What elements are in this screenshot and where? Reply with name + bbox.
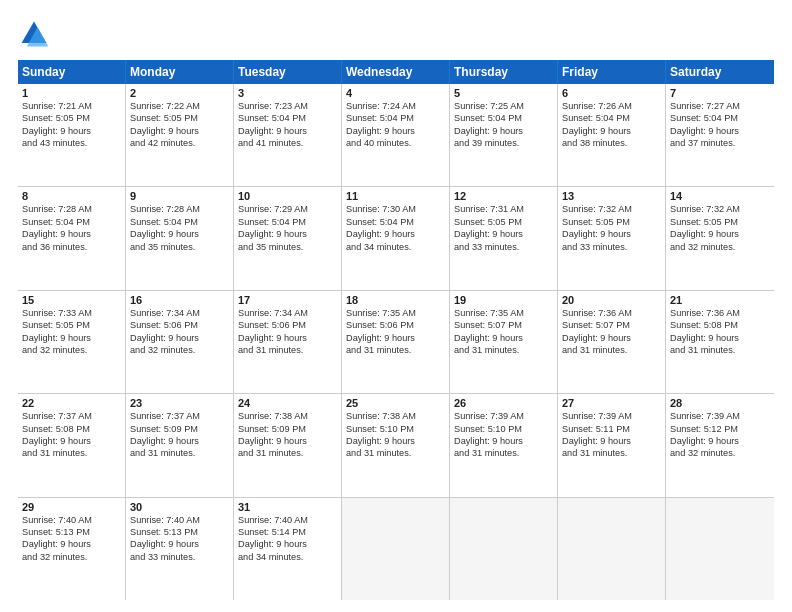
cell-line-17-2: Daylight: 9 hours: [238, 332, 337, 344]
cell-line-16-2: Daylight: 9 hours: [130, 332, 229, 344]
day-number-24: 24: [238, 397, 337, 409]
cell-line-10-2: Daylight: 9 hours: [238, 228, 337, 240]
day-number-12: 12: [454, 190, 553, 202]
day-cell-20: 20Sunrise: 7:36 AMSunset: 5:07 PMDayligh…: [558, 291, 666, 393]
cell-line-15-0: Sunrise: 7:33 AM: [22, 307, 121, 319]
day-cell-11: 11Sunrise: 7:30 AMSunset: 5:04 PMDayligh…: [342, 187, 450, 289]
cell-line-7-3: and 37 minutes.: [670, 137, 770, 149]
cell-line-29-0: Sunrise: 7:40 AM: [22, 514, 121, 526]
day-cell-30: 30Sunrise: 7:40 AMSunset: 5:13 PMDayligh…: [126, 498, 234, 600]
cell-line-31-0: Sunrise: 7:40 AM: [238, 514, 337, 526]
cell-line-1-2: Daylight: 9 hours: [22, 125, 121, 137]
page: SundayMondayTuesdayWednesdayThursdayFrid…: [0, 0, 792, 612]
cell-line-25-0: Sunrise: 7:38 AM: [346, 410, 445, 422]
cell-line-15-3: and 32 minutes.: [22, 344, 121, 356]
cell-line-31-3: and 34 minutes.: [238, 551, 337, 563]
cell-line-5-1: Sunset: 5:04 PM: [454, 112, 553, 124]
calendar-body: 1Sunrise: 7:21 AMSunset: 5:05 PMDaylight…: [18, 84, 774, 600]
cell-line-29-2: Daylight: 9 hours: [22, 538, 121, 550]
cell-line-31-2: Daylight: 9 hours: [238, 538, 337, 550]
day-number-6: 6: [562, 87, 661, 99]
cell-line-5-2: Daylight: 9 hours: [454, 125, 553, 137]
weekday-header-thursday: Thursday: [450, 60, 558, 84]
day-number-8: 8: [22, 190, 121, 202]
cell-line-3-3: and 41 minutes.: [238, 137, 337, 149]
cell-line-7-0: Sunrise: 7:27 AM: [670, 100, 770, 112]
cell-line-24-2: Daylight: 9 hours: [238, 435, 337, 447]
cell-line-18-3: and 31 minutes.: [346, 344, 445, 356]
cell-line-14-2: Daylight: 9 hours: [670, 228, 770, 240]
cell-line-27-2: Daylight: 9 hours: [562, 435, 661, 447]
day-number-30: 30: [130, 501, 229, 513]
cell-line-12-3: and 33 minutes.: [454, 241, 553, 253]
day-number-31: 31: [238, 501, 337, 513]
day-number-16: 16: [130, 294, 229, 306]
day-number-15: 15: [22, 294, 121, 306]
cell-line-17-3: and 31 minutes.: [238, 344, 337, 356]
cell-line-9-0: Sunrise: 7:28 AM: [130, 203, 229, 215]
cell-line-11-1: Sunset: 5:04 PM: [346, 216, 445, 228]
weekday-header-friday: Friday: [558, 60, 666, 84]
cell-line-8-0: Sunrise: 7:28 AM: [22, 203, 121, 215]
cell-line-19-0: Sunrise: 7:35 AM: [454, 307, 553, 319]
day-cell-29: 29Sunrise: 7:40 AMSunset: 5:13 PMDayligh…: [18, 498, 126, 600]
cell-line-24-1: Sunset: 5:09 PM: [238, 423, 337, 435]
day-number-3: 3: [238, 87, 337, 99]
day-cell-27: 27Sunrise: 7:39 AMSunset: 5:11 PMDayligh…: [558, 394, 666, 496]
cell-line-23-3: and 31 minutes.: [130, 447, 229, 459]
cell-line-6-0: Sunrise: 7:26 AM: [562, 100, 661, 112]
logo: [18, 18, 54, 50]
cell-line-1-3: and 43 minutes.: [22, 137, 121, 149]
cell-line-16-3: and 32 minutes.: [130, 344, 229, 356]
day-number-28: 28: [670, 397, 770, 409]
day-number-14: 14: [670, 190, 770, 202]
header: [18, 18, 774, 50]
cell-line-23-1: Sunset: 5:09 PM: [130, 423, 229, 435]
cell-line-22-2: Daylight: 9 hours: [22, 435, 121, 447]
cell-line-2-2: Daylight: 9 hours: [130, 125, 229, 137]
cell-line-7-2: Daylight: 9 hours: [670, 125, 770, 137]
cell-line-16-0: Sunrise: 7:34 AM: [130, 307, 229, 319]
cell-line-19-1: Sunset: 5:07 PM: [454, 319, 553, 331]
cell-line-14-3: and 32 minutes.: [670, 241, 770, 253]
cell-line-27-3: and 31 minutes.: [562, 447, 661, 459]
weekday-header-monday: Monday: [126, 60, 234, 84]
cell-line-29-3: and 32 minutes.: [22, 551, 121, 563]
logo-icon: [18, 18, 50, 50]
cell-line-3-1: Sunset: 5:04 PM: [238, 112, 337, 124]
cell-line-18-1: Sunset: 5:06 PM: [346, 319, 445, 331]
cell-line-28-0: Sunrise: 7:39 AM: [670, 410, 770, 422]
day-number-20: 20: [562, 294, 661, 306]
cell-line-11-3: and 34 minutes.: [346, 241, 445, 253]
cell-line-11-0: Sunrise: 7:30 AM: [346, 203, 445, 215]
cell-line-22-0: Sunrise: 7:37 AM: [22, 410, 121, 422]
cell-line-4-2: Daylight: 9 hours: [346, 125, 445, 137]
cell-line-13-1: Sunset: 5:05 PM: [562, 216, 661, 228]
day-number-23: 23: [130, 397, 229, 409]
cell-line-17-0: Sunrise: 7:34 AM: [238, 307, 337, 319]
cell-line-1-0: Sunrise: 7:21 AM: [22, 100, 121, 112]
cell-line-18-0: Sunrise: 7:35 AM: [346, 307, 445, 319]
empty-cell-4-4: [450, 498, 558, 600]
day-cell-24: 24Sunrise: 7:38 AMSunset: 5:09 PMDayligh…: [234, 394, 342, 496]
cell-line-26-1: Sunset: 5:10 PM: [454, 423, 553, 435]
cell-line-8-3: and 36 minutes.: [22, 241, 121, 253]
day-number-29: 29: [22, 501, 121, 513]
day-cell-1: 1Sunrise: 7:21 AMSunset: 5:05 PMDaylight…: [18, 84, 126, 186]
cell-line-16-1: Sunset: 5:06 PM: [130, 319, 229, 331]
cell-line-11-2: Daylight: 9 hours: [346, 228, 445, 240]
cell-line-29-1: Sunset: 5:13 PM: [22, 526, 121, 538]
cell-line-10-1: Sunset: 5:04 PM: [238, 216, 337, 228]
day-cell-6: 6Sunrise: 7:26 AMSunset: 5:04 PMDaylight…: [558, 84, 666, 186]
calendar-row-2: 15Sunrise: 7:33 AMSunset: 5:05 PMDayligh…: [18, 291, 774, 394]
day-number-11: 11: [346, 190, 445, 202]
cell-line-8-2: Daylight: 9 hours: [22, 228, 121, 240]
cell-line-20-3: and 31 minutes.: [562, 344, 661, 356]
cell-line-2-3: and 42 minutes.: [130, 137, 229, 149]
day-cell-31: 31Sunrise: 7:40 AMSunset: 5:14 PMDayligh…: [234, 498, 342, 600]
cell-line-24-3: and 31 minutes.: [238, 447, 337, 459]
calendar-row-4: 29Sunrise: 7:40 AMSunset: 5:13 PMDayligh…: [18, 498, 774, 600]
cell-line-20-1: Sunset: 5:07 PM: [562, 319, 661, 331]
weekday-header-sunday: Sunday: [18, 60, 126, 84]
cell-line-31-1: Sunset: 5:14 PM: [238, 526, 337, 538]
